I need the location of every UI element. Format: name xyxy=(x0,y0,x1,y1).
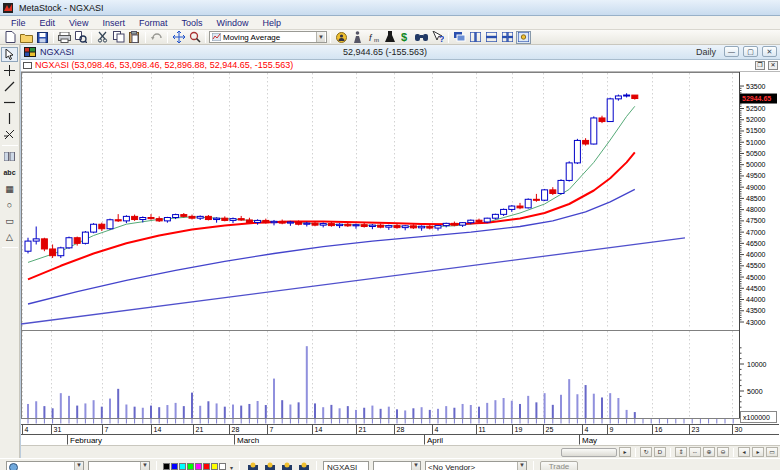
chevron-down-icon[interactable]: ▼ xyxy=(517,462,526,470)
color-swatch[interactable] xyxy=(171,463,178,470)
refresh-button[interactable]: ↻ xyxy=(640,447,652,457)
svg-text:28: 28 xyxy=(232,426,240,433)
pointer-tool-button[interactable] xyxy=(1,47,18,62)
expert-commentary-button[interactable] xyxy=(350,31,365,44)
color-swatch[interactable] xyxy=(203,463,210,470)
indicator-quicklist-combo[interactable]: Moving Average ▼ xyxy=(209,31,327,43)
arrange-icons-button[interactable] xyxy=(516,31,531,44)
periodicity-daily-button[interactable]: D xyxy=(654,447,666,457)
menu-item-tools[interactable]: Tools xyxy=(174,17,209,29)
menu-item-edit[interactable]: Edit xyxy=(33,17,63,29)
color-swatch[interactable] xyxy=(195,463,202,470)
print-preview-button[interactable] xyxy=(73,31,88,44)
undo-button[interactable] xyxy=(149,31,164,44)
chevron-down-icon[interactable]: ▼ xyxy=(411,462,420,470)
svg-text:f: f xyxy=(369,33,373,43)
system-tester-button[interactable] xyxy=(382,31,397,44)
color-swatch[interactable] xyxy=(187,463,194,470)
chevron-down-icon[interactable]: ▼ xyxy=(140,462,149,470)
copy-button[interactable] xyxy=(111,31,126,44)
inner-close-button[interactable]: ✕ xyxy=(768,61,778,70)
trendline-tool-button[interactable] xyxy=(1,79,18,94)
ellipse-tool-button[interactable]: ○ xyxy=(1,197,18,212)
crosshair-tool-button[interactable] xyxy=(1,63,18,78)
chart-data-line: NGXASI (53,098.46, 53,098.46, 52,896.88,… xyxy=(21,60,780,73)
horizontal-line-tool-button[interactable] xyxy=(1,95,18,110)
inner-restore-button[interactable]: ❐ xyxy=(755,61,765,70)
print-button[interactable] xyxy=(57,31,72,44)
menu-item-format[interactable]: Format xyxy=(132,17,175,29)
chart-window-titlebar[interactable]: NGXASI 52,944.65 (-155.563) Daily — ▢ ✕ xyxy=(21,45,780,60)
svg-text:47500: 47500 xyxy=(746,218,766,225)
svg-text:43500: 43500 xyxy=(746,308,766,315)
color-swatch[interactable] xyxy=(163,463,170,470)
triangle-tool-button[interactable]: △ xyxy=(1,229,18,244)
expert-commentary-button-2[interactable] xyxy=(280,461,293,470)
page-left-button[interactable]: ◂ xyxy=(738,447,750,457)
svg-text:14: 14 xyxy=(315,426,323,433)
chart-close-button[interactable]: ✕ xyxy=(762,46,777,57)
delete-trendline-tool-button[interactable] xyxy=(1,127,18,142)
color-swatch[interactable] xyxy=(211,463,218,470)
indicator-builder-button[interactable]: fm xyxy=(366,31,381,44)
text-tool-button[interactable]: abc xyxy=(1,165,18,180)
scroll-tool-button[interactable] xyxy=(171,31,186,44)
symbol-input[interactable] xyxy=(323,461,369,470)
chevron-down-icon[interactable]: ▼ xyxy=(316,32,325,42)
trade-button[interactable]: Trade xyxy=(540,461,578,470)
tile-horizontal-button[interactable] xyxy=(484,31,499,44)
scroll-right-button[interactable]: ▸ xyxy=(619,447,631,457)
palette-arrow-icon[interactable]: ▾ xyxy=(230,461,233,470)
line-weight-combo[interactable]: ▼ xyxy=(88,461,150,470)
chart-canvas[interactable]: 4300043500440004450045000455004600046500… xyxy=(21,72,779,445)
chart-restore-button[interactable]: ▢ xyxy=(743,46,758,57)
menu-item-help[interactable]: Help xyxy=(255,17,288,29)
zoom-tool-button[interactable] xyxy=(187,31,202,44)
cascade-windows-button[interactable] xyxy=(452,31,467,44)
period-combo[interactable]: ▼ xyxy=(373,461,421,470)
expert-alerts-button[interactable] xyxy=(297,461,310,470)
tile-vertical-button[interactable] xyxy=(468,31,483,44)
explorer-binoculars-button[interactable] xyxy=(414,31,429,44)
tile-grid-button[interactable] xyxy=(500,31,515,44)
svg-text:21: 21 xyxy=(196,426,204,433)
menu-item-window[interactable]: Window xyxy=(209,17,255,29)
paste-button[interactable] xyxy=(127,31,142,44)
expert-detach-button[interactable] xyxy=(263,461,276,470)
series-legend-icon[interactable] xyxy=(23,62,32,69)
page-right-button[interactable]: ▸ xyxy=(752,447,764,457)
cut-button[interactable] xyxy=(95,31,110,44)
menu-item-insert[interactable]: Insert xyxy=(95,17,132,29)
grid-tool-button[interactable]: ▦ xyxy=(1,181,18,196)
menu-item-file[interactable]: File xyxy=(4,17,33,29)
chevron-down-icon[interactable]: ▼ xyxy=(74,462,83,470)
symbol-window-tool-button[interactable] xyxy=(1,149,18,164)
fit-vertical-button[interactable]: ⇕ xyxy=(675,447,687,457)
reset-view-button[interactable]: ▭ xyxy=(766,447,778,457)
svg-text:April: April xyxy=(427,436,443,445)
zoom-in-button[interactable]: ⊕ xyxy=(703,447,715,457)
bottom-separator xyxy=(156,461,157,470)
scroll-thumb[interactable] xyxy=(561,448,617,457)
chart-style-combo[interactable]: ▼ xyxy=(6,461,84,470)
chart-minimize-button[interactable]: — xyxy=(724,46,739,57)
fit-horizontal-button[interactable]: ⇔ xyxy=(689,447,701,457)
save-button[interactable] xyxy=(35,31,50,44)
downloader-button[interactable]: $ xyxy=(398,31,413,44)
expert-advisor-button[interactable] xyxy=(334,31,349,44)
vendor-combo[interactable]: <No Vendor> ▼ xyxy=(425,461,527,470)
open-button[interactable] xyxy=(19,31,34,44)
main-toolbar: Moving Average ▼ fm $ ? xyxy=(0,30,780,45)
color-swatch[interactable] xyxy=(219,463,226,470)
expert-attach-button[interactable] xyxy=(246,461,259,470)
svg-text:49000: 49000 xyxy=(746,184,766,191)
rectangle-tool-button[interactable]: ▭ xyxy=(1,213,18,228)
menu-item-view[interactable]: View xyxy=(62,17,95,29)
color-swatch[interactable] xyxy=(179,463,186,470)
zoom-out-button[interactable]: ⊖ xyxy=(717,447,729,457)
vertical-line-tool-button[interactable] xyxy=(1,111,18,126)
toolbar-separator xyxy=(145,32,146,43)
context-help-button[interactable]: ? xyxy=(430,31,445,44)
new-chart-button[interactable] xyxy=(3,31,18,44)
svg-text:9: 9 xyxy=(610,426,614,433)
